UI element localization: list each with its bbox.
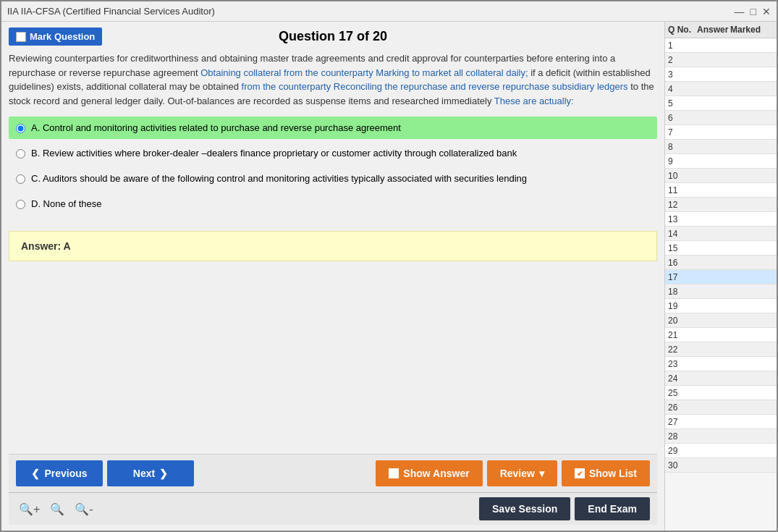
sidebar-row-11[interactable]: 11 (665, 183, 777, 198)
sidebar-row-17[interactable]: 17 (665, 270, 777, 284)
sidebar-row-4[interactable]: 4 (665, 82, 777, 96)
answer-box: Answer: A (9, 231, 657, 261)
window-title: IIA IIA-CFSA (Certified Financial Servic… (7, 6, 215, 17)
sidebar-row-14[interactable]: 14 (665, 227, 777, 241)
option-d[interactable]: D. None of these (9, 193, 657, 215)
sidebar-row-28[interactable]: 28 (665, 429, 777, 444)
row-num-30: 30 (668, 460, 697, 470)
sidebar-row-5[interactable]: 5 (665, 96, 777, 111)
sidebar-row-3[interactable]: 3 (665, 67, 777, 82)
sidebar-row-26[interactable]: 26 (665, 400, 777, 415)
sidebar-row-16[interactable]: 16 (665, 256, 777, 270)
row-num-17: 17 (668, 272, 697, 282)
show-list-button[interactable]: ✔ Show List (562, 460, 650, 486)
mark-question-button[interactable]: Mark Question (9, 28, 102, 46)
sidebar-row-22[interactable]: 22 (665, 342, 777, 357)
sidebar-row-10[interactable]: 10 (665, 169, 777, 183)
row-num-19: 19 (668, 301, 697, 311)
row-num-27: 27 (668, 417, 697, 427)
option-b-text: B. Review activities where broker-dealer… (31, 148, 517, 159)
next-button[interactable]: Next (107, 460, 194, 486)
minimize-icon[interactable]: — (735, 6, 745, 17)
show-answer-button[interactable]: Show Answer (376, 460, 482, 486)
question-text: Reviewing counterparties for creditworth… (9, 51, 657, 108)
sidebar-row-2[interactable]: 2 (665, 53, 777, 67)
zoom-out-button[interactable]: 🔍- (72, 501, 96, 518)
sidebar-row-24[interactable]: 24 (665, 371, 777, 386)
sidebar-row-30[interactable]: 30 (665, 458, 777, 473)
review-dropdown-icon: ▾ (539, 468, 544, 479)
sidebar-row-15[interactable]: 15 (665, 241, 777, 256)
sidebar-row-19[interactable]: 19 (665, 299, 777, 313)
window-controls[interactable]: — □ ✕ (735, 6, 771, 17)
main-container: Mark Question Question 17 of 20 Reviewin… (1, 22, 777, 531)
end-exam-button[interactable]: End Exam (575, 497, 650, 520)
row-num-1: 1 (668, 41, 697, 51)
row-num-26: 26 (668, 402, 697, 413)
end-exam-label: End Exam (588, 503, 637, 515)
radio-a[interactable] (16, 124, 25, 133)
sidebar-row-12[interactable]: 12 (665, 198, 777, 212)
content-area: Mark Question Question 17 of 20 Reviewin… (1, 22, 664, 531)
sidebar-row-6[interactable]: 6 (665, 111, 777, 125)
col-marked-header: Marked (730, 25, 774, 35)
sidebar-row-9[interactable]: 9 (665, 154, 777, 169)
option-b[interactable]: B. Review activities where broker-dealer… (9, 142, 657, 164)
review-label: Review (500, 468, 535, 479)
row-num-20: 20 (668, 316, 697, 326)
row-num-4: 4 (668, 84, 697, 94)
row-num-22: 22 (668, 345, 697, 355)
sidebar-row-27[interactable]: 27 (665, 415, 777, 429)
checkbox-icon (16, 32, 26, 42)
zoom-in-button[interactable]: 🔍+ (16, 501, 43, 518)
sidebar-row-1[interactable]: 1 (665, 38, 777, 53)
sidebar-header: Q No. Answer Marked (665, 22, 777, 38)
bottom-action-bar: 🔍+ 🔍 🔍- Save Session End Exam (9, 492, 657, 525)
previous-label: Previous (44, 468, 87, 479)
question-sidebar: Q No. Answer Marked 1 2 3 4 5 6 7 8 (664, 22, 777, 531)
save-session-button[interactable]: Save Session (479, 497, 570, 520)
row-num-3: 3 (668, 69, 697, 80)
sidebar-row-7[interactable]: 7 (665, 125, 777, 140)
option-a[interactable]: A. Control and monitoring activities rel… (9, 117, 657, 139)
sidebar-row-21[interactable]: 21 (665, 328, 777, 342)
left-arrow-icon (31, 468, 40, 479)
radio-b[interactable] (16, 149, 25, 159)
row-num-6: 6 (668, 113, 697, 123)
sidebar-row-8[interactable]: 8 (665, 140, 777, 154)
sidebar-row-20[interactable]: 20 (665, 313, 777, 328)
maximize-icon[interactable]: □ (750, 6, 756, 17)
options-container: A. Control and monitoring activities rel… (9, 117, 657, 218)
row-num-12: 12 (668, 200, 697, 210)
option-d-text: D. None of these (31, 198, 102, 209)
zoom-reset-button[interactable]: 🔍 (47, 501, 67, 518)
row-num-10: 10 (668, 171, 697, 181)
col-answer-header: Answer (697, 25, 730, 35)
option-c-text: C. Auditors should be aware of the follo… (31, 173, 527, 184)
mark-question-label: Mark Question (30, 31, 95, 42)
close-icon[interactable]: ✕ (762, 6, 771, 17)
row-num-25: 25 (668, 388, 697, 398)
option-c[interactable]: C. Auditors should be aware of the follo… (9, 167, 657, 190)
sidebar-row-23[interactable]: 23 (665, 357, 777, 371)
row-num-29: 29 (668, 446, 697, 456)
sidebar-row-25[interactable]: 25 (665, 386, 777, 400)
show-list-label: Show List (589, 468, 637, 479)
sidebar-row-29[interactable]: 29 (665, 444, 777, 458)
row-num-7: 7 (668, 127, 697, 138)
next-label: Next (133, 468, 155, 479)
review-button[interactable]: Review ▾ (487, 460, 557, 486)
save-session-label: Save Session (492, 503, 557, 515)
bottom-toolbar: Previous Next Show Answer Review ▾ ✔ Sho… (9, 454, 657, 492)
sidebar-row-18[interactable]: 18 (665, 284, 777, 299)
radio-d[interactable] (16, 200, 25, 209)
title-bar: IIA IIA-CFSA (Certified Financial Servic… (1, 1, 777, 22)
right-arrow-icon (159, 468, 168, 479)
radio-c[interactable] (16, 174, 25, 184)
row-num-28: 28 (668, 431, 697, 442)
show-answer-icon (389, 468, 399, 478)
previous-button[interactable]: Previous (16, 460, 103, 486)
row-num-14: 14 (668, 229, 697, 239)
sidebar-list[interactable]: 1 2 3 4 5 6 7 8 9 10 11 (665, 38, 777, 531)
sidebar-row-13[interactable]: 13 (665, 212, 777, 227)
